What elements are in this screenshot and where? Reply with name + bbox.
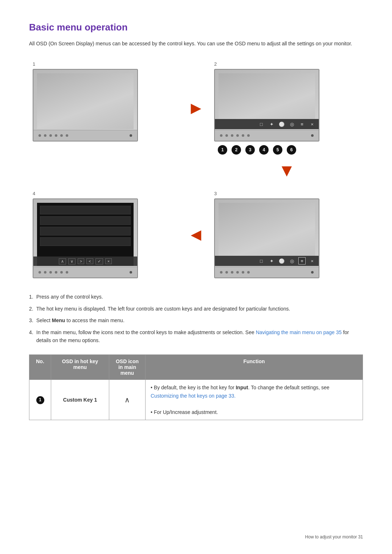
monitor-4-base [33,267,137,278]
osd-up-symbol: ∧ [124,396,130,404]
diagram-2: 2 □ ✦ ⚪ ◎ ≡ × 1 [211,58,363,158]
dot-2-6 [247,134,250,137]
dot-6 [66,134,68,137]
nav-x: × [105,258,112,264]
arrow-left-icon: ◄ [187,226,205,243]
mid-mid-spacer [181,158,211,187]
numbered-circles: 1 2 3 4 5 6 [218,145,359,155]
dot-3-power [311,271,314,274]
custom-key-label: Custom Key 1 [63,397,97,403]
monitor-3-base [215,267,319,278]
diagram-label-4: 4 [33,191,178,196]
table-row: 1 Custom Key 1 ∧ • By default, the key i… [29,380,363,420]
dot-4-3 [49,271,52,274]
monitor-1-base [33,130,137,141]
diagram-label-1: 1 [33,61,178,67]
menu-item-2 [40,216,131,225]
dot-1 [38,134,41,137]
dot-power [130,134,132,137]
dot-4-6 [66,271,68,274]
osd-icon-5: ≡ [298,120,306,128]
table-cell-no: 1 [29,380,51,420]
nav-up: ∧ [59,258,66,264]
osd-icon-1: □ [258,120,265,128]
arrow-right-icon: ► [187,99,205,117]
arrow-down-icon: ▼ [278,162,295,179]
nav-link[interactable]: Navigating the main menu on page 35 [256,329,342,335]
menu-bold: Menu [52,317,65,323]
diagram-3: 3 □ ✦ ⚪ ◎ ≡ × [211,187,363,282]
instruction-4: In the main menu, follow the icons next … [29,328,363,345]
menu-item-4 [40,237,131,246]
menu-item-1 [40,206,131,214]
num-circle-4: 4 [259,145,269,155]
arrow-left-area: ◄ [181,187,211,282]
osd-3-icon-3: ⚪ [278,257,285,264]
num-circle-5: 5 [273,145,282,155]
table-cell-function: • By default, the key is the hot key for… [146,380,363,420]
dot-3-1 [220,271,222,274]
dot-3-3 [231,271,233,274]
dot-2-5 [242,134,244,137]
osd-table: No. OSD in hot key menu OSD iconin mainm… [29,354,363,420]
arrow-right-area: ► [181,58,211,158]
num-circle-3: 3 [245,145,255,155]
section-title: Basic menu operation [29,22,363,33]
instruction-2-text: The hot key menu is displayed. The left … [36,306,290,312]
row-number-circle: 1 [36,396,44,404]
dot-4 [55,134,57,137]
dot-4-5 [60,271,63,274]
dot-5 [60,134,63,137]
dot-4-4 [55,271,57,274]
num-circle-2: 2 [232,145,241,155]
diagram-1: 1 [29,58,181,158]
arrow-down-area: ▼ [211,158,363,187]
instructions-list: Press any of the control keys. The hot k… [29,293,363,344]
table-body: 1 Custom Key 1 ∧ • By default, the key i… [29,380,363,420]
instruction-3: Select Menu to access the main menu. [29,316,363,324]
num-circle-1: 1 [218,145,227,155]
mid-left-spacer [29,158,181,187]
monitor-3: □ ✦ ⚪ ◎ ≡ × [214,198,319,278]
dot-3-6 [247,271,250,274]
instruction-1: Press any of the control keys. [29,293,363,301]
osd-icon-3: ⚪ [278,120,285,128]
diagrams-section: 1 ► 2 □ ✦ ⚪ ◎ [29,58,363,282]
menu-nav-bar: ∧ ∨ > < ✓ × [33,257,137,266]
nav-check: ✓ [95,258,103,264]
col-header-function: Function [146,355,363,380]
osd-icon-x: × [309,120,316,128]
page-footer: How to adjust your monitor 31 [305,534,363,539]
input-bold: Input [236,385,248,390]
dot-2-power [311,134,314,137]
osd-3-icon-1: □ [258,257,265,264]
instruction-2: The hot key menu is displayed. The left … [29,305,363,313]
dot-2-2 [225,134,228,137]
menu-items [37,203,134,249]
dot-3-5 [242,271,244,274]
dot-2-1 [220,134,222,137]
customize-link[interactable]: Customizing the hot keys on page 33. [151,393,236,399]
osd-3-icon-x: × [309,257,316,264]
dot-4-1 [38,271,41,274]
dot-4-power [130,271,132,274]
col-header-hotkey: OSD in hot key menu [51,355,109,380]
diagram-label-2: 2 [214,61,359,67]
dot-3 [49,134,52,137]
nav-down: ∨ [68,258,75,264]
dot-4-2 [44,271,46,274]
monitor-1-screen [37,73,134,129]
table-cell-hotkey: Custom Key 1 [51,380,109,420]
nav-left: < [86,258,93,264]
dot-2-3 [231,134,233,137]
num-circle-6: 6 [287,145,296,155]
osd-icon-4: ◎ [288,120,295,128]
table-cell-osd-icon: ∧ [109,380,146,420]
osd-3-icon-2: ✦ [268,257,275,264]
col-header-no: No. [29,355,51,380]
table-header: No. OSD in hot key menu OSD iconin mainm… [29,355,363,380]
nav-right2: > [78,258,84,264]
diagram-label-3: 3 [214,191,359,196]
dot-2 [44,134,46,137]
monitor-4: ∧ ∨ > < ✓ × [33,198,138,278]
